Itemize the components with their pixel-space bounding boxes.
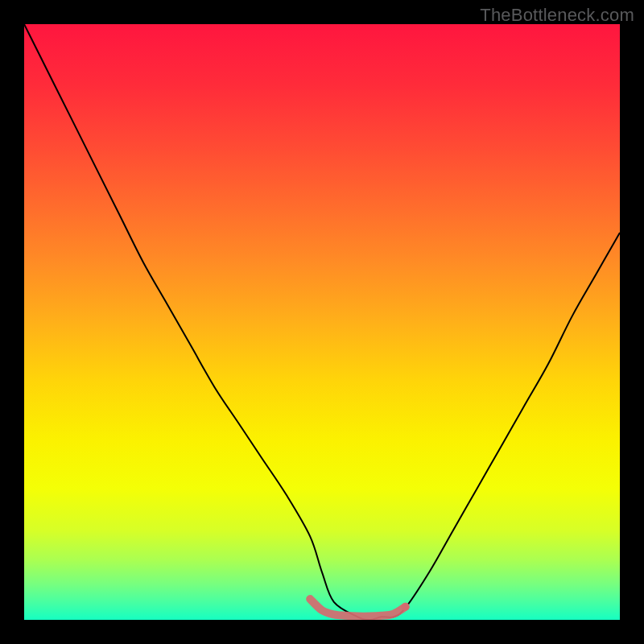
marker-dot (402, 603, 410, 611)
markers-group (402, 603, 410, 611)
chart-container: TheBottleneck.com (0, 0, 644, 644)
chart-svg (24, 24, 620, 620)
watermark-text: TheBottleneck.com (480, 5, 634, 26)
plot-area (24, 24, 620, 620)
gradient-background (24, 24, 620, 620)
